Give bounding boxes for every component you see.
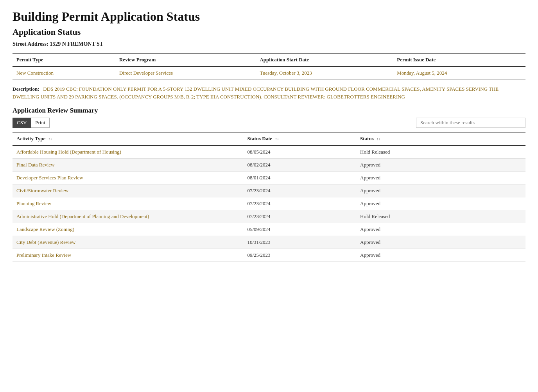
review-table-header-status: Status ↑↓ — [356, 132, 525, 145]
permit-table: Permit Type Review Program Application S… — [13, 53, 525, 80]
street-address-value: 1529 N FREMONT ST — [50, 41, 103, 47]
status-date-cell: 09/25/2023 — [243, 249, 356, 262]
status-cell: Approved — [356, 159, 525, 172]
csv-button[interactable]: CSV — [13, 118, 31, 128]
page-sub-title: Application Status — [13, 27, 525, 37]
status-cell: Approved — [356, 249, 525, 262]
activity-type-cell: Affordable Housing Hold (Department of H… — [13, 145, 243, 159]
page-main-title: Building Permit Application Status — [13, 9, 525, 24]
activity-type-cell: Developer Services Plan Review — [13, 172, 243, 184]
status-date-cell: 07/23/2024 — [243, 210, 356, 223]
toolbar-left: CSV Print — [13, 118, 50, 128]
status-date-cell: 08/02/2024 — [243, 159, 356, 172]
review-table-row: City Debt (Revenue) Review10/31/2023Appr… — [13, 236, 525, 249]
permit-type-value: New Construction — [13, 66, 115, 80]
activity-type-cell: City Debt (Revenue) Review — [13, 236, 243, 249]
date-sort-icon[interactable]: ↑↓ — [275, 137, 279, 141]
street-address-label: Street Address: — [13, 41, 48, 47]
activity-type-cell: Civil/Stormwater Review — [13, 184, 243, 197]
status-date-cell: 07/23/2024 — [243, 197, 356, 210]
permit-table-header-issue: Permit Issue Date — [393, 53, 525, 66]
activity-type-cell: Administrative Hold (Department of Plann… — [13, 210, 243, 223]
permit-table-header-program: Review Program — [115, 53, 256, 66]
review-table-row: Final Data Review08/02/2024Approved — [13, 159, 525, 172]
review-summary-title: Application Review Summary — [13, 107, 525, 115]
description-text: DDS 2019 CBC: FOUNDATION ONLY PERMIT FOR… — [13, 86, 499, 100]
review-table-row: Civil/Stormwater Review07/23/2024Approve… — [13, 184, 525, 197]
review-table: Activity Type ↑↓ Status Date ↑↓ Status ↑… — [13, 132, 525, 262]
description-block: Description: DDS 2019 CBC: FOUNDATION ON… — [13, 85, 525, 100]
status-date-cell: 10/31/2023 — [243, 236, 356, 249]
status-date-cell: 08/05/2024 — [243, 145, 356, 159]
status-cell: Hold Released — [356, 145, 525, 159]
review-table-row: Planning Review07/23/2024Approved — [13, 197, 525, 210]
review-program-value: Direct Developer Services — [115, 66, 256, 80]
permit-table-header-start: Application Start Date — [256, 53, 393, 66]
activity-type-cell: Planning Review — [13, 197, 243, 210]
status-date-cell: 05/09/2024 — [243, 223, 356, 236]
app-start-date-value: Tuesday, October 3, 2023 — [256, 66, 393, 80]
status-cell: Approved — [356, 172, 525, 184]
street-address: Street Address: 1529 N FREMONT ST — [13, 41, 525, 47]
status-cell: Approved — [356, 184, 525, 197]
status-date-cell: 07/23/2024 — [243, 184, 356, 197]
review-table-header-row: Activity Type ↑↓ Status Date ↑↓ Status ↑… — [13, 132, 525, 145]
status-cell: Approved — [356, 197, 525, 210]
search-input[interactable] — [416, 118, 525, 128]
review-table-row: Preliminary Intake Review09/25/2023Appro… — [13, 249, 525, 262]
status-sort-icon[interactable]: ↑↓ — [377, 137, 380, 141]
review-table-row: Developer Services Plan Review08/01/2024… — [13, 172, 525, 184]
activity-type-cell: Final Data Review — [13, 159, 243, 172]
activity-sort-icon[interactable]: ↑↓ — [48, 137, 52, 141]
review-table-header-activity: Activity Type ↑↓ — [13, 132, 243, 145]
review-table-header-date: Status Date ↑↓ — [243, 132, 356, 145]
activity-type-cell: Landscape Review (Zoning) — [13, 223, 243, 236]
permit-table-row: New Construction Direct Developer Servic… — [13, 66, 525, 80]
toolbar: CSV Print — [13, 118, 525, 128]
status-cell: Hold Released — [356, 210, 525, 223]
print-button[interactable]: Print — [31, 118, 49, 128]
activity-type-cell: Preliminary Intake Review — [13, 249, 243, 262]
status-date-cell: 08/01/2024 — [243, 172, 356, 184]
status-cell: Approved — [356, 223, 525, 236]
review-table-row: Affordable Housing Hold (Department of H… — [13, 145, 525, 159]
status-cell: Approved — [356, 236, 525, 249]
permit-table-header-type: Permit Type — [13, 53, 115, 66]
permit-issue-date-value: Monday, August 5, 2024 — [393, 66, 525, 80]
review-table-row: Landscape Review (Zoning)05/09/2024Appro… — [13, 223, 525, 236]
review-table-row: Administrative Hold (Department of Plann… — [13, 210, 525, 223]
description-label: Description: — [13, 86, 39, 92]
